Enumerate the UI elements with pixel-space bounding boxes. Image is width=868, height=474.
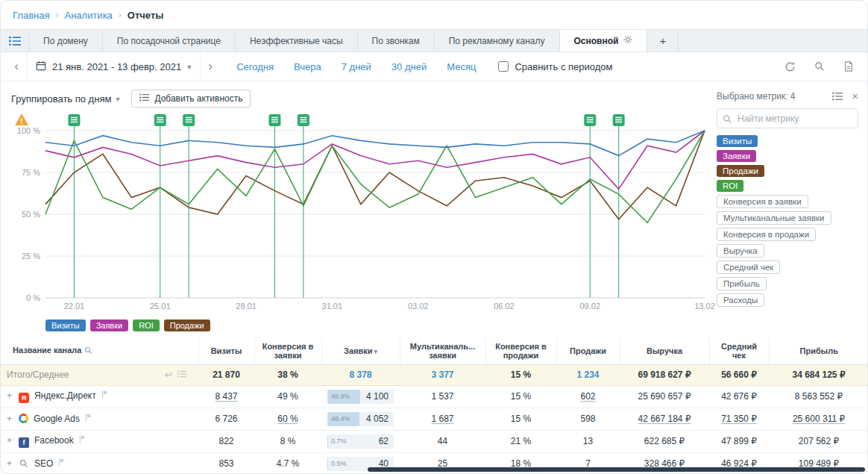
flag-icon[interactable] (101, 390, 108, 401)
activity-marker-5[interactable] (298, 114, 309, 126)
quick-link-5[interactable]: Месяц (447, 61, 476, 72)
list-icon[interactable] (177, 369, 186, 380)
cell-value[interactable]: 8 437 (215, 391, 237, 402)
col-leads[interactable]: Заявки▾ (321, 337, 400, 364)
tab-4[interactable]: По звонкам (358, 30, 435, 52)
breadcrumb-analytics[interactable]: Аналитика (64, 10, 112, 21)
tab-6-active[interactable]: Основной (560, 30, 648, 52)
date-range-picker[interactable]: 21 янв. 2021 - 13 февр. 2021 ▾ (26, 52, 201, 81)
cell-value[interactable]: 25 600 311 ₽ (793, 414, 845, 424)
cell-multi-leads[interactable]: 1 687 (400, 408, 485, 430)
metric-chip-available-7[interactable]: Расходы (717, 293, 764, 307)
col-profit[interactable]: Прибыль (769, 337, 868, 364)
gear-icon[interactable] (623, 35, 632, 46)
activity-marker-4[interactable] (268, 114, 280, 126)
cell-value[interactable]: 42 667 184 ₽ (638, 414, 691, 424)
quick-link-3[interactable]: 7 дней (342, 61, 371, 72)
tab-5[interactable]: По рекламному каналу (435, 30, 560, 52)
col-sales[interactable]: Продажи (556, 337, 620, 364)
metric-chip-available-3[interactable]: Конверсия в продажи (717, 228, 816, 241)
metric-chip-available-6[interactable]: Прибыль (717, 277, 767, 290)
reply-icon[interactable]: ↩ (165, 369, 172, 380)
legend-chip-leads[interactable]: Заявки (90, 319, 129, 331)
channel-name[interactable]: SEO (34, 458, 53, 469)
cell-sales[interactable]: 602 (556, 385, 620, 408)
channel-name[interactable]: Google Ads (34, 414, 80, 424)
cell-leads[interactable]: 48.9%4 100 (321, 385, 400, 408)
activity-marker-6[interactable] (584, 114, 596, 126)
col-multi-leads[interactable]: Мультиканаль... заявки (400, 337, 485, 364)
cell-leads[interactable]: 48.4%4 052 (321, 408, 400, 430)
metric-chip-available-1[interactable]: Конверсия в заявки (717, 195, 808, 208)
compare-checkbox[interactable] (498, 61, 509, 72)
cell-avg-check[interactable]: 71 350 ₽ (709, 408, 769, 430)
expand-row-button[interactable]: + (7, 435, 17, 446)
col-conv-leads[interactable]: Конверсия в заявки (254, 337, 321, 364)
metric-chip-selected-roi[interactable]: ROI (717, 180, 743, 192)
next-period-button[interactable]: › (201, 52, 220, 81)
cell-leads[interactable]: 0.7%62 (321, 430, 400, 452)
export-icon[interactable] (843, 61, 854, 72)
search-icon[interactable] (84, 347, 92, 356)
group-by-days-dropdown[interactable]: Группировать по дням ▾ (11, 93, 119, 105)
metric-chip-selected-leads[interactable]: Заявки (717, 150, 756, 162)
refresh-icon[interactable] (784, 61, 796, 72)
metric-search-input[interactable] (717, 108, 858, 128)
cell-value[interactable]: 60 % (277, 414, 298, 424)
expand-row-button[interactable]: + (7, 458, 17, 469)
cell-visits[interactable]: 8 437 (198, 385, 254, 408)
bar-value[interactable]: 4 100 (366, 391, 389, 402)
add-tab-button[interactable]: + (647, 30, 679, 52)
horizontal-scrollbar[interactable] (368, 467, 865, 472)
bar-value[interactable]: 62 (379, 436, 389, 446)
tab-1[interactable]: По домену (29, 30, 103, 52)
activity-marker-1[interactable] (68, 114, 80, 126)
warning-icon[interactable]: ! (15, 113, 28, 125)
expand-row-button[interactable]: + (7, 414, 17, 424)
bar-value[interactable]: 4 052 (366, 414, 389, 424)
flag-icon[interactable] (79, 435, 86, 446)
activity-marker-2[interactable] (154, 114, 166, 126)
cell-value[interactable]: 602 (580, 391, 595, 402)
col-avg-check[interactable]: Средний чек (709, 337, 769, 364)
metric-chip-available-4[interactable]: Выручка (717, 244, 764, 258)
leads-bar[interactable]: 48.9%4 100 (327, 390, 394, 404)
cell-value[interactable]: 1 687 (431, 414, 453, 424)
cell-conv-leads[interactable]: 60 % (254, 408, 321, 430)
metric-chip-selected-sales[interactable]: Продажи (717, 165, 764, 177)
breadcrumb-home[interactable]: Главная (13, 10, 49, 21)
leads-bar[interactable]: 0.7%62 (327, 434, 394, 449)
flag-icon[interactable] (85, 414, 92, 424)
reports-list-icon[interactable] (1, 30, 29, 52)
channel-name[interactable]: Яндекс.Директ (34, 390, 96, 401)
col-conv-sales[interactable]: Конверсия в продажи (485, 337, 556, 364)
quick-link-1[interactable]: Сегодня (236, 61, 274, 72)
legend-chip-sales[interactable]: Продажи (164, 319, 210, 331)
col-name[interactable]: Название канала (1, 337, 198, 364)
add-activity-button[interactable]: Добавить активность (131, 90, 251, 107)
col-revenue[interactable]: Выручка (620, 337, 709, 364)
metric-chip-selected-visits[interactable]: Визиты (717, 135, 758, 147)
quick-link-2[interactable]: Вчера (294, 61, 321, 72)
metrics-list-icon[interactable] (832, 92, 843, 101)
prev-period-button[interactable]: ‹ (7, 52, 26, 81)
tab-2[interactable]: По посадочной странице (103, 30, 236, 52)
close-icon[interactable]: × (852, 90, 858, 102)
expand-row-button[interactable]: + (7, 390, 17, 401)
cell-revenue[interactable]: 42 667 184 ₽ (620, 408, 709, 430)
col-visits[interactable]: Визиты (198, 337, 254, 364)
activity-marker-7[interactable] (613, 114, 625, 126)
metric-chip-available-2[interactable]: Мультиканальные заявки (717, 211, 831, 225)
metric-chip-available-5[interactable]: Средний чек (717, 261, 780, 274)
leads-bar[interactable]: 48.4%4 052 (327, 412, 394, 426)
activity-marker-3[interactable] (183, 114, 195, 126)
search-icon[interactable] (814, 61, 825, 72)
tab-3[interactable]: Неэффективные часы (236, 30, 358, 52)
legend-chip-visits[interactable]: Визиты (45, 319, 86, 331)
cell-value[interactable]: 71 350 ₽ (721, 414, 757, 424)
quick-link-4[interactable]: 30 дней (391, 61, 427, 72)
channel-name[interactable]: Facebook (34, 435, 74, 446)
legend-chip-roi[interactable]: ROI (133, 319, 160, 331)
flag-icon[interactable] (58, 458, 65, 469)
cell-profit[interactable]: 25 600 311 ₽ (769, 408, 868, 430)
